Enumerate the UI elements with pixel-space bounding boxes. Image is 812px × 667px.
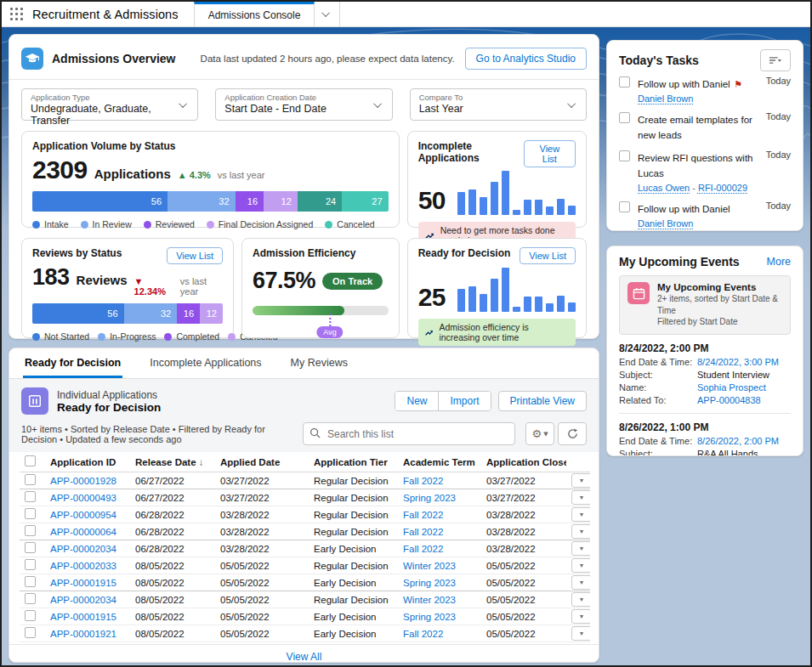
event-name-link[interactable]: Sophia Prospect bbox=[697, 382, 766, 393]
row-checkbox[interactable] bbox=[25, 525, 36, 536]
card-title: Application Volume by Status bbox=[32, 140, 389, 152]
row-checkbox[interactable] bbox=[25, 491, 36, 502]
column-header-release-date[interactable]: Release Date ↓ bbox=[130, 452, 215, 472]
row-checkbox[interactable] bbox=[25, 508, 36, 519]
task-related-link-2[interactable]: RFI-000029 bbox=[698, 183, 747, 193]
event-end-link[interactable]: 8/26/2022, 2:00 PM bbox=[697, 436, 779, 446]
application-id-link[interactable]: APP-00001915 bbox=[50, 578, 116, 588]
task-checkbox[interactable] bbox=[619, 150, 630, 161]
row-checkbox[interactable] bbox=[25, 593, 36, 604]
column-header-academic-term[interactable]: Academic Term bbox=[398, 452, 481, 472]
list-settings-button[interactable]: ⚙ ▼ bbox=[525, 422, 554, 445]
filter-combobox[interactable]: Application Creation Date Start Date - E… bbox=[215, 88, 392, 121]
row-actions-button[interactable]: ▼ bbox=[571, 490, 590, 505]
row-checkbox[interactable] bbox=[25, 610, 36, 621]
column-header-application-close-date[interactable]: Application Close Date bbox=[481, 452, 566, 472]
event-related-link[interactable]: APP-00004838 bbox=[697, 395, 761, 405]
application-id-link[interactable]: APP-00000493 bbox=[50, 493, 116, 503]
task-related-link[interactable]: Daniel Brown bbox=[638, 93, 693, 104]
list-tab[interactable]: My Reviews bbox=[289, 348, 349, 378]
row-checkbox[interactable] bbox=[25, 542, 36, 553]
list-view-header: Individual Applications Ready for Decisi… bbox=[9, 379, 599, 452]
row-actions-button[interactable]: ▼ bbox=[571, 609, 590, 624]
filter-combobox[interactable]: Compare To Last Year bbox=[410, 88, 587, 121]
task-related-link[interactable]: Daniel Brown bbox=[638, 218, 693, 229]
task-related-link[interactable]: Lucas Owen bbox=[638, 183, 690, 193]
column-header-application-id[interactable]: Application ID bbox=[45, 452, 130, 472]
select-all-checkbox[interactable] bbox=[25, 455, 36, 466]
column-header-application-tier[interactable]: Application Tier bbox=[309, 452, 398, 472]
event-item: 8/24/2022, 2:00 PM End Date & Time:8/24/… bbox=[619, 342, 791, 405]
application-id-link[interactable]: APP-00002034 bbox=[50, 544, 116, 554]
academic-term-link[interactable]: Winter 2023 bbox=[403, 595, 456, 605]
academic-term-link[interactable]: Spring 2023 bbox=[403, 493, 456, 503]
bar-segment: 16 bbox=[177, 303, 200, 324]
academic-term-link[interactable]: Fall 2022 bbox=[403, 510, 443, 520]
filter-combobox[interactable]: Application Type Undegraduate, Graduate,… bbox=[21, 88, 198, 121]
application-id-link[interactable]: APP-00000954 bbox=[50, 510, 116, 520]
tab-dropdown-button[interactable] bbox=[315, 2, 340, 26]
application-id-link[interactable]: APP-00001928 bbox=[50, 476, 116, 486]
row-checkbox[interactable] bbox=[25, 627, 36, 638]
application-tier-cell: Early Decision bbox=[309, 625, 398, 642]
tab-admissions-console[interactable]: Admissions Console bbox=[194, 2, 315, 26]
refresh-button[interactable] bbox=[558, 422, 587, 445]
column-header-applied-date[interactable]: Applied Date bbox=[215, 452, 309, 472]
new-button[interactable]: New bbox=[395, 392, 438, 410]
view-list-button[interactable]: View List bbox=[167, 247, 223, 264]
view-list-button[interactable]: View List bbox=[524, 140, 576, 167]
tasks-view-switcher-button[interactable] bbox=[760, 49, 791, 71]
row-actions-button[interactable]: ▼ bbox=[571, 575, 590, 590]
application-id-link[interactable]: APP-00001921 bbox=[50, 629, 116, 639]
row-actions-button[interactable]: ▼ bbox=[571, 626, 590, 641]
application-id-link[interactable]: APP-00002033 bbox=[50, 561, 116, 571]
academic-term-link[interactable]: Fall 2022 bbox=[403, 476, 443, 486]
task-title[interactable]: Follow up with Daniel bbox=[638, 79, 730, 89]
academic-term-link[interactable]: Fall 2022 bbox=[403, 527, 443, 537]
academic-term-link[interactable]: Spring 2023 bbox=[403, 612, 456, 622]
table-view-all-link[interactable]: View All bbox=[287, 651, 322, 663]
events-more-link[interactable]: More bbox=[767, 256, 791, 268]
list-tab[interactable]: Ready for Decision bbox=[23, 348, 122, 378]
import-button[interactable]: Import bbox=[438, 392, 490, 410]
event-subject: Student Interview bbox=[697, 370, 769, 380]
task-checkbox[interactable] bbox=[619, 112, 630, 123]
list-view-name[interactable]: Ready for Decision bbox=[57, 401, 161, 414]
task-title[interactable]: Follow up with Daniel bbox=[638, 204, 730, 214]
row-checkbox[interactable] bbox=[25, 576, 36, 587]
academic-term-link[interactable]: Winter 2023 bbox=[403, 561, 456, 571]
row-actions-button[interactable]: ▼ bbox=[571, 558, 590, 573]
application-id-link[interactable]: APP-00001915 bbox=[50, 612, 116, 622]
row-checkbox[interactable] bbox=[25, 474, 36, 485]
legend-label: Final Decision Assigned bbox=[219, 219, 313, 229]
row-actions-button[interactable]: ▼ bbox=[571, 473, 590, 488]
row-checkbox[interactable] bbox=[25, 559, 36, 570]
list-tab[interactable]: Incomplete Applications bbox=[148, 348, 263, 378]
row-actions-button[interactable]: ▼ bbox=[571, 507, 590, 522]
filter-value: Undegraduate, Graduate, Transfer bbox=[31, 103, 189, 127]
application-tier-cell: Early Decision bbox=[309, 608, 398, 625]
printable-view-button[interactable]: Printable View bbox=[498, 391, 588, 411]
search-input[interactable] bbox=[303, 422, 515, 445]
task-item: Review RFI questions with Lucas ⚑ Lucas … bbox=[619, 145, 791, 196]
academic-term-link[interactable]: Fall 2022 bbox=[403, 629, 443, 639]
task-title[interactable]: Review RFI questions with Lucas bbox=[638, 153, 753, 178]
task-checkbox[interactable] bbox=[619, 76, 630, 88]
chevron-down-icon: ▼ bbox=[543, 431, 548, 438]
academic-term-link[interactable]: Spring 2023 bbox=[403, 578, 456, 588]
app-launcher-icon[interactable] bbox=[10, 8, 24, 21]
application-id-link[interactable]: APP-00002034 bbox=[50, 595, 116, 605]
view-list-button[interactable]: View List bbox=[520, 247, 576, 264]
academic-term-link[interactable]: Fall 2022 bbox=[403, 544, 443, 554]
row-actions-button[interactable]: ▼ bbox=[571, 592, 590, 607]
link-separator: - bbox=[690, 183, 698, 193]
task-checkbox[interactable] bbox=[619, 201, 630, 212]
bar-segment: 24 bbox=[298, 191, 342, 212]
task-title[interactable]: Create email templates for new leads bbox=[638, 115, 752, 140]
go-to-analytics-studio-button[interactable]: Go to Analytics Studio bbox=[465, 48, 587, 70]
event-end-link[interactable]: 8/24/2022, 3:00 PM bbox=[697, 357, 779, 367]
row-actions-button[interactable]: ▼ bbox=[571, 541, 590, 556]
application-id-link[interactable]: APP-00000064 bbox=[50, 527, 116, 537]
search-icon bbox=[309, 427, 321, 438]
row-actions-button[interactable]: ▼ bbox=[571, 524, 590, 539]
